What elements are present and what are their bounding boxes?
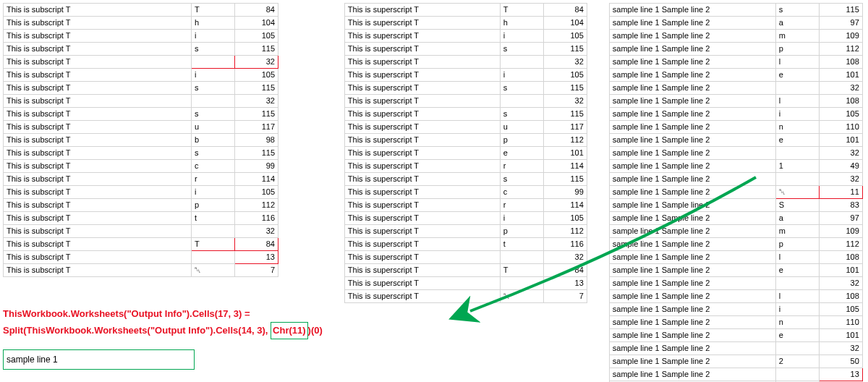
cell-label: sample line 1 Sample line 2 [609, 108, 775, 121]
table-row: This is superscript Th104 [344, 17, 587, 30]
cell-code: 112 [819, 43, 862, 56]
cell-char: p [192, 199, 235, 212]
cell-char [192, 251, 235, 264]
table-row: This is superscript TT84 [344, 4, 587, 17]
cell-code: 104 [235, 17, 278, 30]
cell-label: This is superscript T [344, 277, 500, 290]
cell-label: This is superscript T [344, 134, 500, 147]
cell-code: 109 [819, 30, 862, 43]
table-row: This is superscript T13 [344, 277, 587, 290]
cell-label: This is superscript T [344, 264, 500, 277]
cell-label: sample line 1 Sample line 2 [609, 212, 775, 225]
table-row: This is superscript Ti105 [344, 212, 587, 225]
table-row: This is superscript TT84 [344, 264, 587, 277]
cell-char [500, 56, 543, 69]
cell-code: 115 [819, 4, 862, 17]
cell-code: 115 [235, 43, 278, 56]
cell-char: T [192, 4, 235, 17]
table-row: This is subscript TT84 [4, 4, 278, 17]
cell-code: 13 [819, 368, 862, 381]
cell-char: u [192, 121, 235, 134]
cell-label: This is subscript T [4, 160, 192, 173]
table-row: This is superscript Ti105 [344, 30, 587, 43]
cell-char: p [775, 238, 819, 251]
table-row: This is subscript Tu117 [4, 121, 278, 134]
cell-code: 32 [235, 95, 278, 108]
cell-code: 116 [235, 212, 278, 225]
cell-char: l [775, 290, 819, 303]
cell-code: 104 [543, 17, 587, 30]
table-row: This is subscript Tc99 [4, 160, 278, 173]
cell-char: a [775, 17, 819, 30]
table-subscript: This is subscript TT84This is subscript … [3, 3, 278, 277]
cell-label: This is superscript T [344, 186, 500, 199]
cell-label: sample line 1 Sample line 2 [609, 17, 775, 30]
cell-char: h [500, 17, 543, 30]
table-row: This is subscript Th104 [4, 17, 278, 30]
cell-label: This is superscript T [344, 82, 500, 95]
cell-char [500, 277, 543, 290]
table-row: sample line 1 Sample line 232 [609, 277, 862, 290]
cell-code: 101 [819, 134, 862, 147]
cell-label: This is superscript T [344, 212, 500, 225]
cell-code: 101 [819, 69, 862, 82]
block-superscript: This is superscript TT84This is superscr… [344, 3, 587, 303]
cell-char: ␀ [500, 290, 543, 303]
cell-char: t [500, 238, 543, 251]
cell-label: This is superscript T [344, 4, 500, 17]
cell-label: sample line 1 Sample line 2 [609, 95, 775, 108]
table-row: This is superscript T32 [344, 251, 587, 264]
cell-label: sample line 1 Sample line 2 [609, 251, 775, 264]
cell-label: sample line 1 Sample line 2 [609, 329, 775, 342]
table-row: This is superscript Ti105 [344, 69, 587, 82]
table-row: sample line 1 Sample line 2i105 [609, 108, 862, 121]
table-row: sample line 1 Sample line 2S83 [609, 199, 862, 212]
table-row: This is subscript T32 [4, 225, 278, 238]
cell-char: e [500, 147, 543, 160]
cell-char: ␀ [775, 186, 819, 199]
cell-char: n [775, 316, 819, 329]
code-line-1: ThisWorkbook.Worksheets("Output Info").C… [3, 306, 323, 322]
cell-label: This is subscript T [4, 251, 192, 264]
table-row: This is subscript Ts115 [4, 108, 278, 121]
cell-char: 1 [775, 160, 819, 173]
cell-label: sample line 1 Sample line 2 [609, 290, 775, 303]
table-row: This is superscript Ts115 [344, 43, 587, 56]
cell-code: 99 [543, 186, 587, 199]
cell-label: This is superscript T [344, 17, 500, 30]
cell-code: 32 [819, 342, 862, 355]
cell-code: 7 [543, 290, 587, 303]
cell-label: sample line 1 Sample line 2 [609, 303, 775, 316]
vba-code: ThisWorkbook.Worksheets("Output Info").C… [3, 306, 323, 370]
cell-char: r [500, 160, 543, 173]
table-row: sample line 1 Sample line 2e101 [609, 264, 862, 277]
cell-label: sample line 1 Sample line 2 [609, 56, 775, 69]
cell-char [500, 251, 543, 264]
cell-char [775, 82, 819, 95]
cell-code: 32 [235, 56, 278, 69]
cell-code: 32 [543, 56, 587, 69]
cell-label: sample line 1 Sample line 2 [609, 264, 775, 277]
table-row: This is subscript Tr114 [4, 173, 278, 186]
cell-label: This is superscript T [344, 121, 500, 134]
cell-label: sample line 1 Sample line 2 [609, 82, 775, 95]
table-row: This is superscript Tc99 [344, 186, 587, 199]
cell-label: This is superscript T [344, 95, 500, 108]
cell-code: 84 [235, 238, 278, 251]
cell-char: T [500, 4, 543, 17]
cell-char [192, 56, 235, 69]
table-row: sample line 1 Sample line 232 [609, 147, 862, 160]
cell-code: 97 [819, 17, 862, 30]
cell-label: sample line 1 Sample line 2 [609, 355, 775, 368]
cell-label: This is subscript T [4, 212, 192, 225]
table-row: This is superscript Tr114 [344, 199, 587, 212]
cell-char: S [775, 199, 819, 212]
cell-code: 13 [543, 277, 587, 290]
cell-code: 97 [819, 212, 862, 225]
cell-code: 112 [819, 238, 862, 251]
table-row: sample line 1 Sample line 2l108 [609, 56, 862, 69]
cell-label: sample line 1 Sample line 2 [609, 173, 775, 186]
cell-label: sample line 1 Sample line 2 [609, 199, 775, 212]
table-row: This is subscript Ti105 [4, 30, 278, 43]
table-row: sample line 1 Sample line 2a97 [609, 212, 862, 225]
